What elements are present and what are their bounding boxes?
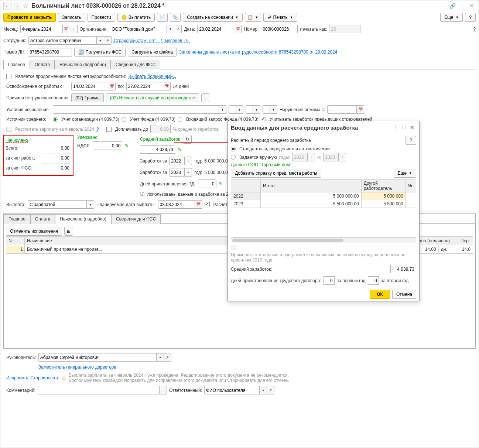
popup-row-2023[interactable]: 2023 5 500 000,00 5 500 000 — [231, 200, 416, 208]
employee-dd[interactable]: ▾ — [97, 36, 104, 45]
link-icon[interactable]: 🔗 — [448, 2, 456, 10]
create-based-button[interactable]: Создать на основании▼ — [183, 13, 242, 22]
ln-input[interactable] — [28, 48, 72, 57]
payout-input[interactable] — [28, 200, 87, 209]
reason1-button[interactable]: (02) Травма — [71, 93, 104, 102]
select-sick-link[interactable]: Выбрать больничный... — [129, 74, 177, 79]
regime-cal[interactable]: 📅 — [357, 105, 364, 114]
employer-input[interactable] — [42, 154, 71, 162]
popup-cancel-button[interactable]: Отмена — [392, 290, 416, 299]
calc-approved-checkbox[interactable] — [205, 202, 210, 207]
inner-tab-main[interactable]: Главное — [4, 214, 30, 224]
nav-fwd[interactable]: → — [13, 2, 21, 10]
data-filled-link[interactable]: Заполнены данные листка нетрудоспособнос… — [179, 49, 338, 55]
month-input[interactable] — [20, 25, 63, 33]
org-open[interactable]: ↗ — [174, 25, 182, 33]
popup-susp1-input[interactable] — [324, 276, 335, 285]
avg-input[interactable] — [140, 145, 175, 154]
help-link[interactable]: ? — [473, 27, 476, 32]
kebab-icon[interactable]: ⋮ — [458, 2, 466, 10]
fss-input[interactable] — [42, 164, 71, 172]
number-input[interactable] — [261, 25, 298, 33]
tab-payment[interactable]: Оплата — [30, 60, 55, 69]
fix-link[interactable]: Исправить — [6, 375, 28, 380]
month-cal-icon[interactable]: 📅 — [63, 25, 70, 33]
insurance-record-link[interactable]: Страховой стаж: лет - 7; месяцев - 5. — [114, 38, 190, 43]
popup-ok-button[interactable]: ОК — [370, 290, 390, 299]
popup-max-icon[interactable]: □ — [400, 123, 408, 131]
year1-input[interactable] — [169, 157, 185, 165]
cond-add2[interactable] — [246, 105, 253, 114]
ndfl-input[interactable] — [93, 141, 122, 150]
popup-hscroll[interactable] — [231, 237, 416, 243]
close-icon[interactable]: ✕ — [468, 2, 476, 10]
cond-add1[interactable] — [229, 105, 236, 114]
help-button[interactable]: ? — [465, 13, 476, 22]
post-close-button[interactable]: Провести и закрыть — [3, 13, 56, 22]
edit-susp-icon[interactable]: ✎ — [219, 181, 223, 187]
cancel-fix-button[interactable]: Отменить исправления — [6, 227, 62, 236]
src-org-radio[interactable] — [53, 117, 58, 122]
comment-input[interactable] — [38, 386, 160, 394]
popup-help-button[interactable]: ? — [406, 136, 416, 145]
tab-fss[interactable]: Сведения для ФСС — [111, 60, 160, 69]
employee-input[interactable] — [28, 36, 97, 45]
director-post-link[interactable]: Заместитель генерального директора — [38, 365, 116, 370]
reason2-button[interactable]: (02) Несчастный случай на производстве — [106, 93, 199, 102]
total-input[interactable] — [42, 144, 71, 152]
save-button[interactable]: Записать — [58, 13, 85, 22]
table-settings-button[interactable]: ⊞ — [64, 227, 73, 236]
inner-tab-accrued[interactable]: Начислено (подробно) — [55, 214, 111, 224]
more-button[interactable]: Еще▼ — [440, 13, 463, 22]
doc-button[interactable]: 📄 — [157, 13, 168, 22]
pay-button[interactable]: 🪙Выплатить — [117, 13, 155, 22]
storno-link[interactable]: Сторнировать — [30, 375, 59, 380]
conditions-input[interactable] — [53, 105, 219, 114]
off-from-input[interactable] — [71, 82, 108, 90]
nav-back[interactable]: ← — [3, 2, 11, 10]
popup-close-icon[interactable]: ✕ — [408, 123, 416, 131]
load-file-button[interactable]: Загрузить из файла — [128, 48, 177, 57]
popup-manual-radio[interactable] — [231, 155, 236, 160]
director-input[interactable] — [38, 353, 157, 362]
attach-button[interactable]: 📎 — [170, 13, 181, 22]
employee-open[interactable]: ↗ — [104, 36, 112, 45]
year2-input[interactable] — [169, 168, 185, 177]
inner-tab-payment[interactable]: Оплата — [30, 214, 55, 224]
popup-more-button[interactable]: Еще▼ — [394, 169, 416, 178]
tab-accrued[interactable]: Начислено (подробно) — [55, 60, 111, 69]
print-button[interactable]: 🖨Печать▼ — [263, 13, 297, 22]
popup-auto-radio[interactable] — [231, 147, 236, 151]
favorite-icon[interactable]: ☆ — [23, 2, 28, 10]
date-cal-icon[interactable]: 📅 — [234, 25, 242, 33]
continuation-checkbox[interactable] — [6, 74, 11, 79]
src-incoming-radio[interactable] — [178, 117, 182, 122]
date-input[interactable] — [197, 25, 234, 33]
post-button[interactable]: Провести — [88, 13, 115, 22]
org-input[interactable] — [110, 25, 167, 33]
off-from-cal[interactable]: 📅 — [108, 82, 116, 90]
tab-main[interactable]: Главное — [3, 60, 30, 69]
get-fss-button[interactable]: 🔄Получить из ФСС — [74, 48, 126, 57]
planned-input[interactable] — [158, 200, 195, 209]
org-dd[interactable]: ▾ — [167, 25, 174, 33]
edit-avg-icon[interactable]: ✎ — [177, 147, 181, 152]
cond-add3[interactable] — [263, 105, 270, 114]
conditions-dd[interactable]: ▾ — [219, 105, 226, 114]
recalc-help[interactable]: ? — [96, 127, 99, 132]
popup-susp2-input[interactable] — [368, 276, 379, 285]
month-stepper[interactable]: ÷ — [70, 25, 78, 33]
src-fund-radio[interactable] — [122, 117, 126, 122]
copy-button[interactable]: 📋▼ — [245, 13, 261, 22]
pay-extra-checkbox[interactable] — [106, 127, 112, 132]
suspension-input[interactable] — [198, 179, 216, 188]
popup-add-cert-button[interactable]: Добавить справку с пред. места работы — [231, 169, 321, 178]
popup-row-2022[interactable]: 2022 5 000 000,00 5 000 000 — [231, 192, 416, 200]
edit-ndfl-icon[interactable]: ✎ — [124, 143, 129, 148]
popup-avg-input[interactable] — [390, 265, 416, 273]
regime-break-input[interactable] — [327, 105, 357, 114]
inner-tab-fss[interactable]: Сведения для ФСС — [111, 214, 161, 224]
resp-input[interactable] — [204, 386, 260, 394]
off-to-input[interactable] — [126, 82, 163, 90]
reason-more-button[interactable]: ... — [201, 93, 210, 102]
